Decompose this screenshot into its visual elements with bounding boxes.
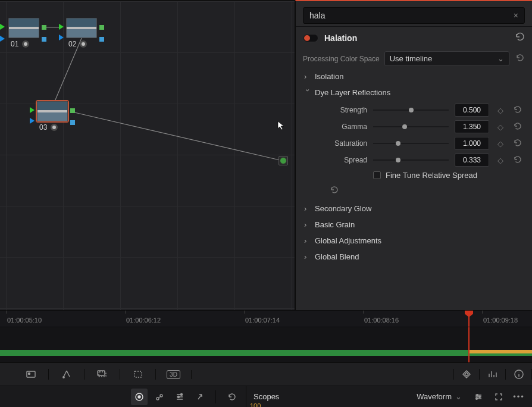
scopes-mode-select[interactable]: Waveform ⌄ (412, 392, 467, 401)
ruler-tick-0: 01:00:05:10 (7, 314, 42, 324)
param-spread-keyframe[interactable]: ◇ (495, 156, 506, 165)
chevron-right-icon: › (304, 204, 311, 213)
scopes-more-button[interactable]: ••• (511, 389, 527, 405)
toolbar-color-button[interactable] (49, 369, 85, 380)
toolbar-scopes-button[interactable] (480, 369, 506, 380)
node-03-out-green[interactable] (70, 108, 75, 113)
ruler-tick-2: 01:00:07:14 (245, 314, 280, 324)
param-saturation-reset[interactable] (512, 139, 522, 149)
section-global-adjustments-label: Global Adjustments (315, 236, 381, 245)
wheel-log-button[interactable] (151, 389, 168, 405)
node-01-out-green[interactable] (42, 25, 46, 30)
fx-icon (51, 124, 58, 131)
param-strength-reset[interactable] (512, 105, 522, 115)
param-spread-reset[interactable] (512, 155, 522, 165)
fine-tune-reset[interactable] (301, 186, 367, 196)
node-03-label: 03 (39, 123, 47, 132)
section-global-blend[interactable]: › Global Blend (298, 249, 530, 265)
graph-output-terminal[interactable] (278, 156, 288, 165)
param-gamma-value[interactable]: 1.350 (455, 120, 489, 133)
node-02-in-blue[interactable] (59, 35, 64, 40)
node-01-out-blue[interactable] (42, 37, 46, 42)
param-gamma-keyframe[interactable]: ◇ (495, 123, 506, 132)
section-isolation[interactable]: › Isolation (298, 68, 530, 84)
node-03[interactable]: 03 (37, 101, 68, 131)
wheel-reset-button[interactable] (223, 389, 240, 405)
processing-space-select[interactable]: Use timeline ⌄ (384, 51, 509, 66)
node-02[interactable]: 02 (66, 18, 97, 48)
param-saturation-keyframe[interactable]: ◇ (495, 139, 506, 148)
node-01-label: 01 (11, 40, 18, 48)
svg-point-17 (479, 396, 481, 397)
chevron-right-icon: › (304, 220, 311, 229)
scopes-mode-value: Waveform (417, 392, 452, 401)
param-spread-slider[interactable] (373, 156, 449, 164)
node-02-thumb (66, 18, 97, 38)
scopes-expand-button[interactable] (490, 389, 507, 405)
ruler-tick-4: 01:00:09:18 (483, 314, 518, 324)
param-gamma-reset[interactable] (512, 122, 522, 132)
processing-space-value: Use timeline (390, 54, 433, 63)
video-track-bar-next[interactable] (468, 350, 532, 353)
section-basic-grain[interactable]: › Basic Grain (298, 217, 530, 233)
graph-input-green[interactable] (0, 24, 5, 30)
toolbar-keyframes-button[interactable] (453, 369, 480, 380)
video-track-bar[interactable] (0, 350, 532, 356)
node-03-in-blue[interactable] (30, 118, 35, 124)
wheel-primary-button[interactable] (131, 389, 148, 405)
section-dye-layer-reflections[interactable]: › Dye Layer Reflections (298, 84, 530, 101)
section-secondary-glow[interactable]: › Secondary Glow (298, 201, 530, 217)
timeline-tracks[interactable] (0, 327, 532, 363)
svg-point-16 (477, 394, 478, 396)
param-saturation-value[interactable]: 1.000 (455, 137, 489, 150)
section-dye-label: Dye Layer Reflections (315, 88, 390, 97)
toolbar-crop-button[interactable] (120, 369, 156, 380)
node-03-in-green[interactable] (30, 107, 35, 113)
ruler-tick-3: 01:00:08:16 (364, 314, 399, 324)
effect-reset-button[interactable] (514, 32, 525, 44)
ruler-tick-1: 01:00:06:12 (126, 314, 161, 324)
param-gamma-slider[interactable] (373, 123, 449, 131)
node-01[interactable]: 01 (8, 18, 39, 48)
chevron-down-icon: ⌄ (497, 54, 504, 63)
search-input[interactable] (307, 8, 511, 23)
scopes-settings-button[interactable] (470, 389, 487, 405)
effect-enable-toggle[interactable] (303, 34, 318, 42)
node-02-out-green[interactable] (99, 25, 104, 30)
wheel-auto-button[interactable] (192, 389, 208, 405)
section-global-adjustments[interactable]: › Global Adjustments (298, 233, 530, 249)
terminal-dot-icon (280, 157, 287, 164)
timeline-ruler[interactable]: 01:00:05:10 01:00:06:12 01:00:07:14 01:0… (0, 311, 532, 327)
node-02-in-green[interactable] (59, 24, 64, 30)
node-02-out-blue[interactable] (99, 37, 104, 42)
node-03-out-blue[interactable] (70, 120, 75, 125)
param-spread-label: Spread (301, 156, 367, 164)
toolbar-gallery-button[interactable] (13, 369, 49, 380)
wheel-bars-button[interactable] (171, 389, 188, 405)
svg-point-12 (157, 397, 159, 400)
param-saturation-label: Saturation (301, 139, 367, 148)
param-strength-slider[interactable] (373, 106, 449, 114)
toolbar-mask-button[interactable] (85, 369, 120, 380)
param-spread-value[interactable]: 0.333 (455, 154, 489, 167)
dots-icon: ••• (513, 392, 525, 401)
fine-tune-checkbox[interactable] (373, 171, 381, 179)
clear-search-button[interactable]: × (511, 11, 521, 20)
toolbar-info-button[interactable] (506, 369, 532, 380)
svg-point-5 (62, 377, 64, 378)
playhead[interactable] (468, 311, 470, 327)
effect-title: Halation (324, 33, 357, 43)
processing-space-reset[interactable] (514, 54, 525, 64)
svg-point-4 (28, 373, 30, 375)
param-saturation-slider[interactable] (373, 139, 449, 148)
param-strength-keyframe[interactable]: ◇ (495, 106, 506, 115)
toolbar-3d-button[interactable]: 3D (156, 370, 192, 379)
param-gamma-label: Gamma (301, 123, 367, 131)
search-field[interactable]: × (303, 7, 525, 24)
bottom-strip: Scopes Waveform ⌄ ••• (0, 386, 532, 407)
chevron-right-icon: › (304, 236, 311, 245)
svg-point-15 (178, 396, 180, 397)
graph-input-blue[interactable] (0, 36, 5, 42)
node-graph[interactable]: 01 02 03 (0, 0, 295, 311)
param-strength-value[interactable]: 0.500 (455, 104, 489, 117)
